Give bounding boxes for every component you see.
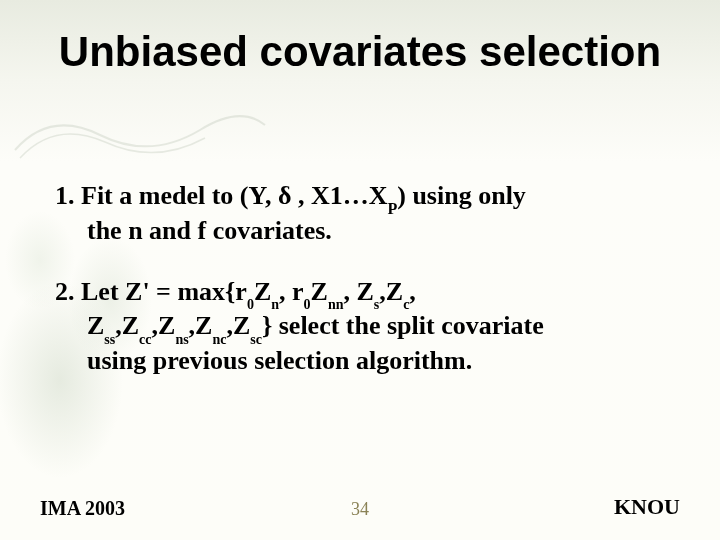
swirl-decoration bbox=[10, 100, 270, 170]
point-2: 2. Let Z' = max{r0Zn, r0Znn, Zs,Zc, Zss,… bbox=[55, 276, 680, 378]
sub-ns: ns bbox=[175, 332, 188, 347]
z7: Z bbox=[158, 311, 175, 340]
p2-tail1: select the split covariate bbox=[279, 311, 544, 340]
p1-line2: the n and f covariates. bbox=[87, 216, 332, 245]
footer: IMA 2003 34 KNOU bbox=[40, 494, 680, 520]
sub-0-2: 0 bbox=[304, 297, 311, 312]
sub-0-1: 0 bbox=[247, 297, 254, 312]
c4: , bbox=[409, 277, 416, 306]
footer-left: IMA 2003 bbox=[40, 497, 125, 520]
p1-text-a: 1. Fit a medel to (Y, bbox=[55, 181, 278, 210]
sub-sc: sc bbox=[250, 332, 262, 347]
sub-n: n bbox=[271, 297, 279, 312]
p2-text-a: 2. Let Z' = max{r bbox=[55, 277, 247, 306]
brace: } bbox=[262, 311, 279, 340]
c2: , bbox=[343, 277, 356, 306]
sub-nn: nn bbox=[328, 297, 344, 312]
z2: Z bbox=[311, 277, 328, 306]
z6: Z bbox=[122, 311, 139, 340]
p2-tail2: using previous selection algorithm. bbox=[87, 346, 472, 375]
sub-ss: ss bbox=[104, 332, 115, 347]
point-1: 1. Fit a medel to (Y, δ , X1…XP) using o… bbox=[55, 180, 680, 248]
p1-text-c: ) using only bbox=[397, 181, 526, 210]
sub-nc: nc bbox=[212, 332, 226, 347]
z4: Z bbox=[386, 277, 403, 306]
z1: Z bbox=[254, 277, 271, 306]
sub-s: s bbox=[374, 297, 379, 312]
sub-c: c bbox=[403, 297, 409, 312]
sub-cc: cc bbox=[139, 332, 151, 347]
z5: Z bbox=[87, 311, 104, 340]
r2: r bbox=[292, 277, 304, 306]
p1-text-b: , X1…X bbox=[291, 181, 387, 210]
z3: Z bbox=[356, 277, 373, 306]
sub-p: P bbox=[387, 200, 397, 217]
slide-title: Unbiased covariates selection bbox=[0, 28, 720, 76]
slide-body: 1. Fit a medel to (Y, δ , X1…XP) using o… bbox=[55, 180, 680, 378]
page-number: 34 bbox=[351, 499, 369, 520]
footer-right: KNOU bbox=[614, 494, 680, 520]
z9: Z bbox=[233, 311, 250, 340]
delta-symbol: δ bbox=[278, 181, 292, 210]
c1: , bbox=[279, 277, 292, 306]
z8: Z bbox=[195, 311, 212, 340]
